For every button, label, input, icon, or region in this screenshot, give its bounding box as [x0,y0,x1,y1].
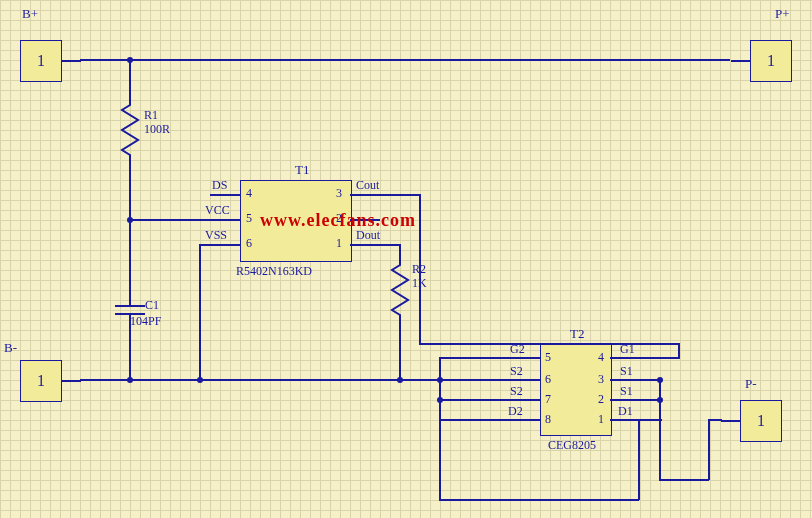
wire [129,60,131,100]
port-pm-label: P- [745,376,757,392]
t1-vss-name: VSS [205,228,227,243]
wire [708,419,722,421]
port-bm-pin: 1 [37,372,45,390]
wire [129,322,131,380]
wire [130,219,210,221]
wire [399,320,401,380]
wire [80,379,200,381]
c1-val: 104PF [130,314,161,329]
wire [510,419,540,421]
wire [380,244,400,246]
port-pm-pin: 1 [757,412,765,430]
wire [510,399,540,401]
wire [199,245,201,380]
t1-pin4: 4 [246,186,252,201]
junction [397,377,403,383]
wire [210,194,240,196]
wire [350,244,380,246]
wire [129,160,131,220]
t1-pin5: 5 [246,211,252,226]
t1-cout-name: Cout [356,178,379,193]
resistor-r1 [120,100,140,160]
r2-ref: R2 [412,262,426,277]
wire [380,194,420,196]
t2-s1a-name: S1 [620,364,633,379]
t2-s2b-name: S2 [510,384,523,399]
r1-ref: R1 [144,108,158,123]
wire [439,419,510,421]
wire [610,357,640,359]
wire [510,357,540,359]
t2-g2-name: G2 [510,342,525,357]
wire-b-bus [200,379,440,381]
port-bp-pin: 1 [37,52,45,70]
t1-pin1: 1 [336,236,342,251]
junction [127,377,133,383]
t2-d2-name: D2 [508,404,523,419]
t2-pin2: 2 [598,392,604,407]
port-pm: 1 [740,400,782,442]
t2-s2a-name: S2 [510,364,523,379]
t1-part: R5402N163KD [236,264,312,279]
t2-pin6: 6 [545,372,551,387]
r2-val: 1K [412,276,427,291]
t2-pin1: 1 [598,412,604,427]
t2-s1b-name: S1 [620,384,633,399]
wire [399,244,401,260]
wire [708,420,710,480]
wire [610,399,640,401]
wire [350,194,380,196]
wire [440,399,510,401]
wire [510,379,540,381]
wire [129,220,131,298]
t1-ds-name: DS [212,178,227,193]
wire [659,380,661,480]
port-bp-label: B+ [22,6,38,22]
t1-pin6: 6 [246,236,252,251]
port-pp-label: P+ [775,6,790,22]
t2-pin4: 4 [598,350,604,365]
wire [659,479,709,481]
port-bm: 1 [20,360,62,402]
resistor-r2 [390,260,410,320]
port-pp-pin: 1 [767,52,775,70]
t1-pin3: 3 [336,186,342,201]
t2-d1-name: D1 [618,404,633,419]
wire [199,244,211,246]
port-bp: 1 [20,40,62,82]
wire-top [80,59,730,61]
t2-g1-name: G1 [620,342,635,357]
watermark: www.elecfans.com [260,210,416,231]
r1-val: 100R [144,122,170,137]
t2-pin5: 5 [545,350,551,365]
wire [640,357,680,359]
t2-pin7: 7 [545,392,551,407]
wire [638,420,640,500]
schematic-canvas: B+ 1 P+ 1 B- 1 P- 1 R1 100R T1 DS 4 VCC … [0,0,812,518]
wire [210,244,240,246]
t2-ref: T2 [570,326,584,342]
port-bm-label: B- [4,340,17,356]
t2-pin3: 3 [598,372,604,387]
wire [439,420,441,500]
wire [439,499,639,501]
wire [610,379,640,381]
t1-vcc-name: VCC [205,203,230,218]
wire [440,379,510,381]
t2-pin8: 8 [545,412,551,427]
wire [678,343,680,358]
c1-ref: C1 [145,298,159,313]
t1-ref: T1 [295,162,309,178]
t2-part: CEG8205 [548,438,596,453]
wire [439,358,441,420]
wire [439,357,510,359]
wire [210,219,240,221]
wire [610,419,640,421]
port-pp: 1 [750,40,792,82]
